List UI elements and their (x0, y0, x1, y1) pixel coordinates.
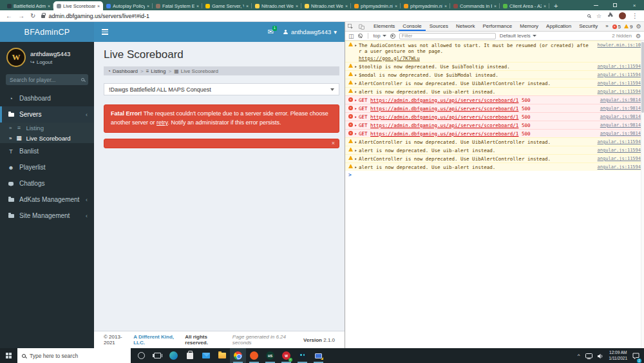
source-location-link[interactable]: angular.js:11594 (598, 164, 641, 170)
taskbar-icon-task-view[interactable] (149, 348, 166, 363)
browser-tab-phpmyadmin-nit[interactable]: phpmyadmin.nit× (401, 1, 450, 10)
request-url-link[interactable]: https://admin.dbfgaming.us/api/servers/s… (370, 123, 518, 128)
taskbar-search[interactable]: Type here to search (17, 348, 131, 363)
expand-caret-icon[interactable]: ▶ (355, 157, 357, 161)
browser-tab-battlefield-admi[interactable]: Battlefield Admi× (4, 1, 53, 10)
devtools-tab-application[interactable]: Application (542, 22, 575, 31)
tab-close-icon[interactable]: × (147, 4, 149, 8)
source-location-link[interactable]: angular.js:9814 (600, 97, 641, 103)
more-tabs-icon[interactable]: » (601, 22, 612, 31)
expand-caret-icon[interactable]: ▶ (355, 81, 357, 85)
taskbar-icon-dark-app[interactable] (294, 348, 310, 363)
console-filter-input[interactable] (399, 33, 496, 39)
reload-icon[interactable]: ↻ (30, 13, 35, 19)
footer-company-link[interactable]: A Different Kind, LLC. (133, 334, 183, 346)
sidebar-item-playerlist[interactable]: ☻Playerlist (0, 159, 94, 175)
expand-caret-icon[interactable]: ▶ (355, 73, 357, 77)
hidden-messages-label[interactable]: 2 hidden (612, 33, 632, 39)
devtools-settings-icon[interactable]: ⚙ (636, 23, 641, 30)
tab-close-icon[interactable]: × (196, 4, 199, 8)
request-url-link[interactable]: https://admin.dbfgaming.us/api/servers/s… (370, 106, 518, 112)
browser-tab-live-scoreboard[interactable]: Live Scoreboard× (53, 1, 103, 10)
source-location-link[interactable]: angular.js:11594 (598, 139, 641, 144)
player-search-input[interactable] (10, 77, 81, 83)
source-location-link[interactable]: angular.js:9814 (600, 114, 641, 119)
minimize-button[interactable] (586, 0, 605, 10)
sidebar-item-chatlogs[interactable]: Chatlogs (0, 175, 94, 191)
request-url-link[interactable]: https://admin.dbfgaming.us/api/servers/s… (370, 97, 518, 103)
browser-profile-avatar[interactable] (619, 12, 626, 19)
source-location-link[interactable]: angular.js:11594 (598, 148, 641, 153)
expand-caret-icon[interactable]: ▶ (355, 64, 357, 68)
taskbar-icon-store[interactable] (182, 348, 198, 363)
source-location-link[interactable]: howler.min.js:10 (598, 43, 641, 48)
breadcrumb-item-listing[interactable]: ≡Listing (146, 68, 166, 74)
tab-close-icon[interactable]: × (444, 4, 447, 8)
source-location-link[interactable]: angular.js:11594 (598, 156, 641, 161)
source-location-link[interactable]: angular.js:11594 (598, 72, 641, 77)
devtools-tab-performance[interactable]: Performance (478, 22, 516, 31)
request-url-link[interactable]: https://admin.dbfgaming.us/api/servers/s… (370, 114, 518, 120)
taskbar-icon-mail[interactable] (198, 348, 214, 363)
device-toolbar-icon[interactable] (356, 22, 367, 31)
source-location-link[interactable]: angular.js:11594 (598, 89, 641, 94)
browser-tab-nitrado-net-web[interactable]: Nitrado.net Web× (301, 1, 351, 10)
source-location-link[interactable]: angular.js:11594 (598, 64, 641, 69)
tab-close-icon[interactable]: × (494, 4, 497, 8)
tab-close-icon[interactable]: × (296, 4, 298, 8)
expand-caret-icon[interactable]: ▶ (355, 43, 357, 47)
browser-menu-icon[interactable]: ⋮ (632, 12, 638, 19)
messages-menu[interactable]: ✉ 1 (268, 28, 274, 35)
extensions-puzzle-icon[interactable] (607, 12, 613, 19)
devtools-tab-network[interactable]: Network (452, 22, 478, 31)
tab-close-icon[interactable]: × (48, 4, 50, 8)
network-icon[interactable] (585, 350, 592, 362)
context-selector[interactable]: top (374, 33, 386, 39)
action-center-icon[interactable]: 2 (632, 350, 639, 362)
tab-close-icon[interactable]: × (544, 4, 546, 8)
expand-caret-icon[interactable]: ▶ (355, 90, 357, 93)
brand-logo[interactable]: BFAdminCP (0, 22, 94, 42)
expand-caret-icon[interactable]: ▶ (355, 140, 357, 144)
log-levels-selector[interactable]: Default levels (500, 33, 536, 39)
omnibox[interactable]: admin.dbfgaming.us/servers/live#!#id-1 (41, 13, 582, 19)
new-tab-button[interactable]: + (549, 1, 562, 10)
taskbar-icon-webroot[interactable]: W✓ (278, 348, 294, 363)
sidebar-item-dashboard[interactable]: ◔Dashboard (0, 90, 94, 106)
expand-caret-icon[interactable]: ▶ (355, 148, 357, 152)
browser-tab-phpmyadmin-nit[interactable]: phpmyadmin.nit× (351, 1, 401, 10)
browser-tab-fatal-system-err[interactable]: Fatal System Err× (153, 1, 202, 10)
user-menu[interactable]: anthdawg5443 ▾ (283, 28, 337, 35)
request-url-link[interactable]: https://admin.dbfgaming.us/api/servers/s… (370, 131, 518, 137)
source-location-link[interactable]: angular.js:9814 (600, 106, 641, 111)
taskbar-icon-origin[interactable] (246, 348, 262, 363)
breadcrumb-item-dashboard[interactable]: ◔Dashboard (108, 68, 138, 74)
expand-caret-icon[interactable]: ▶ (355, 115, 357, 119)
tab-close-icon[interactable]: × (246, 4, 249, 8)
tab-close-icon[interactable]: × (97, 4, 100, 8)
source-location-link[interactable]: angular.js:9814 (600, 123, 641, 128)
console-settings-icon[interactable]: ⚙ (636, 33, 641, 39)
devtools-tab-console[interactable]: Console (399, 22, 425, 31)
volume-icon[interactable] (598, 350, 604, 362)
source-location-link[interactable]: angular.js:11594 (598, 81, 641, 86)
forward-icon[interactable]: → (18, 13, 24, 19)
browser-tab-autoplay-policy-c[interactable]: Autoplay Policy C× (103, 1, 153, 10)
devtools-tab-elements[interactable]: Elements (370, 22, 399, 31)
taskbar-icon-chrome[interactable] (230, 348, 246, 363)
sidebar-item-live-scoreboard[interactable]: »▦Live Scoreboard (0, 133, 94, 143)
console-error-count[interactable]: ×5 (612, 24, 621, 30)
start-button[interactable] (0, 348, 17, 363)
sidebar-item-site-management[interactable]: Site Management‹ (0, 208, 94, 224)
alert-close-icon[interactable]: × (332, 140, 335, 146)
message-link[interactable]: https://goo.gl/7K7WLu (359, 55, 591, 61)
browser-tab-game-server-vo[interactable]: Game Server, Vo× (202, 1, 252, 10)
tab-close-icon[interactable]: × (345, 4, 348, 8)
sidebar-toggle-icon[interactable] (94, 22, 116, 42)
devtools-scrollbar[interactable] (641, 41, 644, 348)
close-button[interactable]: × (625, 0, 644, 10)
taskbar-icon-hs-app[interactable]: HS (262, 348, 278, 363)
retry-link[interactable]: retry (156, 119, 167, 126)
expand-caret-icon[interactable]: ▶ (355, 98, 357, 102)
devtools-tab-memory[interactable]: Memory (516, 22, 542, 31)
